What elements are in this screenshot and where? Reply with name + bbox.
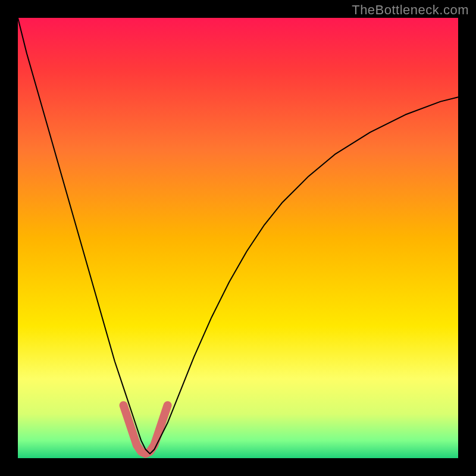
- chart-frame: TheBottleneck.com: [0, 0, 476, 476]
- chart-canvas: [0, 0, 476, 476]
- border-right: [458, 0, 476, 476]
- border-left: [0, 0, 18, 476]
- border-bottom: [0, 458, 476, 476]
- plot-background: [18, 18, 458, 458]
- watermark-text: TheBottleneck.com: [352, 2, 469, 18]
